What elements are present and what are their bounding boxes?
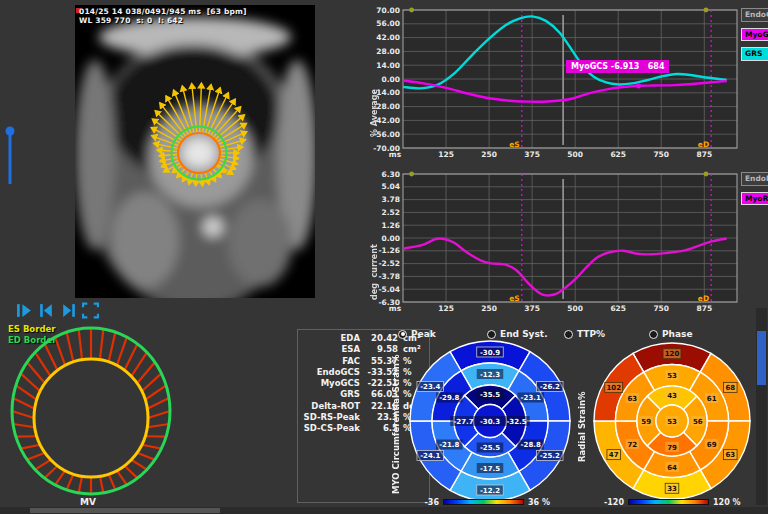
cine-position-slider[interactable] — [0, 118, 22, 198]
meas-label: MyoGCS — [298, 378, 360, 389]
prev-frame-icon[interactable] — [38, 302, 55, 320]
radial-strain-title: Radial Strain% — [577, 382, 587, 462]
svg-text:375: 375 — [524, 304, 540, 313]
svg-text:-25.2: -25.2 — [540, 452, 560, 460]
mri-image — [75, 5, 315, 298]
svg-text:eD: eD — [698, 294, 709, 303]
svg-text:500: 500 — [567, 304, 583, 313]
mv-label: MV — [70, 497, 106, 507]
svg-text:53: 53 — [667, 372, 677, 380]
circumferential-strain-title: MYO Circumferential Strain% — [391, 349, 401, 494]
svg-text:0.00: 0.00 — [381, 75, 400, 84]
svg-text:ms: ms — [389, 150, 402, 159]
meas-label: SD-RS-Peak — [298, 412, 360, 423]
svg-text:70.00: 70.00 — [376, 6, 400, 15]
next-frame-icon[interactable] — [60, 302, 77, 320]
svg-text:125: 125 — [438, 304, 454, 313]
svg-text:6.30: 6.30 — [381, 170, 400, 179]
svg-text:63: 63 — [627, 395, 637, 403]
svg-text:-2.52: -2.52 — [378, 259, 400, 268]
svg-text:-12.3: -12.3 — [480, 371, 500, 379]
rotation-curve-chart: 6.305.043.782.521.260.00-1.26-2.52-3.78-… — [368, 165, 768, 320]
legend-item-myorot[interactable]: MyoRot — [741, 192, 768, 206]
meas-label: GRS — [298, 389, 360, 400]
legend-item-myogcs[interactable]: MyoGCS — [741, 28, 768, 42]
svg-text:750: 750 — [653, 150, 669, 159]
svg-text:-29.8: -29.8 — [439, 394, 459, 402]
meas-label: FAC — [298, 356, 360, 367]
svg-text:42.00: 42.00 — [376, 33, 400, 42]
svg-text:125: 125 — [438, 150, 454, 159]
slider-handle[interactable] — [6, 127, 15, 136]
strain-analysis-app: 014/25 14 038/0491/945 ms [63 bpm] WL 35… — [0, 0, 768, 514]
svg-text:59: 59 — [641, 418, 651, 426]
svg-text:-27.7: -27.7 — [453, 418, 473, 426]
svg-text:-30.3: -30.3 — [480, 418, 500, 426]
legend-item-endorot[interactable]: EndoRot — [741, 172, 768, 186]
vertical-scrollbar-thumb[interactable] — [757, 331, 766, 385]
svg-text:eS: eS — [509, 140, 520, 149]
strain-curve-plot[interactable]: 70.0056.0042.0028.0014.000.00-14.00-28.0… — [368, 0, 740, 165]
legend-item-grs[interactable]: GRS — [741, 47, 768, 61]
svg-text:102: 102 — [606, 384, 621, 392]
svg-text:56.00: 56.00 — [376, 19, 400, 28]
rotation-curve-plot[interactable]: 6.305.043.782.521.260.00-1.26-2.52-3.78-… — [368, 165, 740, 320]
svg-text:-17.5: -17.5 — [480, 465, 500, 473]
frame-select-icon[interactable] — [82, 302, 99, 320]
svg-text:68: 68 — [725, 384, 735, 392]
svg-text:250: 250 — [481, 150, 497, 159]
chart2-y-axis-label: deg current — [370, 210, 379, 300]
svg-text:-32.5: -32.5 — [506, 418, 526, 426]
horizontal-scrollbar-thumb[interactable] — [30, 508, 220, 513]
play-icon[interactable] — [16, 302, 33, 320]
svg-text:625: 625 — [610, 304, 626, 313]
cbar1-max: 36 % — [528, 498, 550, 507]
svg-text:375: 375 — [524, 150, 540, 159]
rotation-chart-legend: EndoRotMyoRot — [741, 172, 768, 205]
radial-strain-bullseye[interactable]: 120686333471025361696472634356795953 — [591, 336, 757, 506]
mri-viewport[interactable]: 014/25 14 038/0491/945 ms [63 bpm] WL 35… — [75, 5, 315, 298]
svg-text:-25.5: -25.5 — [480, 444, 500, 452]
svg-text:69: 69 — [707, 441, 717, 449]
svg-text:-23.1: -23.1 — [521, 394, 541, 402]
meas-label: Delta-ROT — [298, 401, 360, 412]
playback-controls — [16, 302, 106, 320]
vertical-scrollbar[interactable] — [756, 308, 767, 505]
svg-text:5.04: 5.04 — [381, 182, 400, 191]
svg-text:79: 79 — [667, 444, 677, 452]
svg-text:56: 56 — [693, 418, 703, 426]
svg-text:2.52: 2.52 — [381, 208, 400, 217]
svg-text:53: 53 — [667, 418, 677, 426]
svg-text:-3.78: -3.78 — [378, 272, 400, 281]
svg-text:47: 47 — [609, 451, 619, 459]
svg-text:-5.04: -5.04 — [378, 285, 400, 294]
svg-text:64: 64 — [667, 464, 677, 472]
strain-chart-legend: EndoGCSMyoGCSGRS — [741, 8, 768, 61]
svg-text:-30.9: -30.9 — [480, 349, 500, 357]
svg-text:3.78: 3.78 — [381, 195, 400, 204]
strain-curve-chart: 70.0056.0042.0028.0014.000.00-14.00-28.0… — [368, 0, 768, 165]
svg-text:eD: eD — [698, 140, 709, 149]
horizontal-scrollbar[interactable] — [0, 507, 768, 514]
svg-text:eS: eS — [509, 294, 520, 303]
image-info-line1: 014/25 14 038/0491/945 ms [63 bpm] — [79, 7, 247, 16]
meas-label: ESA — [298, 344, 360, 355]
svg-text:875: 875 — [696, 304, 712, 313]
circumferential-strain-bullseye[interactable]: -30.9-26.2-25.2-12.2-24.1-23.4-12.3-23.1… — [405, 336, 575, 506]
svg-text:43: 43 — [667, 392, 677, 400]
svg-text:61: 61 — [707, 395, 717, 403]
svg-text:120: 120 — [665, 350, 680, 358]
svg-text:500: 500 — [567, 150, 583, 159]
svg-text:72: 72 — [627, 441, 637, 449]
svg-text:63: 63 — [725, 451, 735, 459]
chart1-y-axis-label: % Average — [370, 52, 379, 137]
svg-text:625: 625 — [610, 150, 626, 159]
meas-label: SD-CS-Peak — [298, 423, 360, 434]
svg-text:14.00: 14.00 — [376, 61, 400, 70]
svg-text:ms: ms — [389, 304, 402, 313]
meas-value: 20.42 — [360, 333, 398, 344]
svg-text:0.00: 0.00 — [381, 234, 400, 243]
legend-item-endogcs[interactable]: EndoGCS — [741, 8, 768, 22]
svg-text:33: 33 — [667, 485, 677, 493]
meas-label: EndoGCS — [298, 367, 360, 378]
